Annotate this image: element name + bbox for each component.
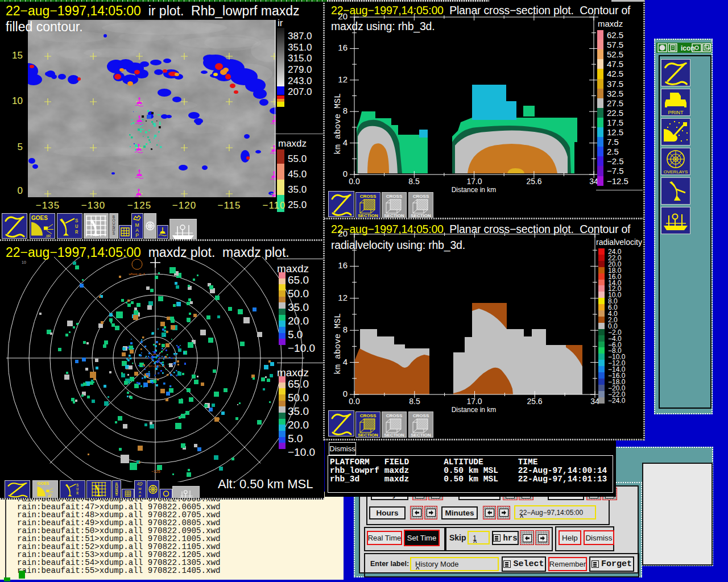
svg-text:8: 8 [343,106,348,115]
svg-text:0: 0 [343,169,348,178]
svg-text:16: 16 [338,43,348,52]
svg-text:R: R [75,230,78,235]
svg-text:CROSS: CROSS [386,194,403,199]
svg-text:GOES: GOES [38,481,49,486]
svg-text:4: 4 [343,138,348,147]
svg-text:U: U [76,488,78,492]
svg-text:S: S [115,492,118,496]
svg-text:10: 10 [22,260,26,264]
svg-text:CROSS: CROSS [360,194,377,199]
svg-text:SECTION: SECTION [358,213,378,218]
svg-text:icon: icon [681,44,695,52]
svg-text:25.6: 25.6 [527,397,542,406]
svg-text:SECTION: SECTION [358,433,378,437]
svg-text:8.5: 8.5 [408,177,420,186]
svg-text:0.0: 0.0 [349,177,360,186]
svg-text:25.6: 25.6 [526,177,541,186]
svg-text:CROSS: CROSS [360,413,377,418]
svg-text:0: 0 [343,389,348,398]
svg-text:0.0: 0.0 [349,397,360,406]
svg-text:OVERLAYS: OVERLAYS [664,169,688,174]
svg-text:SECTION: SECTION [384,213,404,218]
svg-text:SECTION: SECTION [411,433,431,437]
svg-text:PRINT: PRINT [668,110,684,115]
svg-text:S: S [113,231,115,235]
svg-text:CROSS: CROSS [413,194,429,199]
svg-text:17.0: 17.0 [466,397,482,406]
svg-text:P: P [135,232,139,238]
svg-text:S: S [75,218,78,224]
svg-text:SECTION: SECTION [411,213,431,218]
svg-text:GOES: GOES [31,215,48,221]
svg-text:Distance in km: Distance in km [452,186,497,194]
svg-text:CROSS: CROSS [413,413,429,418]
svg-text:8: 8 [343,325,348,334]
svg-text:R: R [76,492,78,496]
svg-text:17.0: 17.0 [466,177,482,186]
svg-text:A: A [139,490,142,494]
svg-text:12: 12 [338,293,348,302]
svg-text:12: 12 [338,74,348,84]
svg-text:P: P [139,494,141,498]
svg-text:.IR: .IR [45,234,51,239]
svg-text:CROSS: CROSS [386,413,403,418]
svg-text:km above MSL: km above MSL [333,93,343,155]
svg-text:U: U [75,224,78,230]
svg-text:S: S [76,484,78,488]
svg-text:16: 16 [338,260,348,270]
svg-text:Distance in km: Distance in km [452,406,497,414]
svg-text:whoe−m−t: whoe−m−t [129,272,146,276]
svg-text:8.5: 8.5 [409,397,420,406]
svg-text:M: M [139,487,142,490]
svg-text:−125: −125 [151,469,160,473]
svg-text:4: 4 [343,357,348,367]
svg-text:SECTION: SECTION [384,433,404,437]
svg-text:km above MSL: km above MSL [333,313,343,375]
